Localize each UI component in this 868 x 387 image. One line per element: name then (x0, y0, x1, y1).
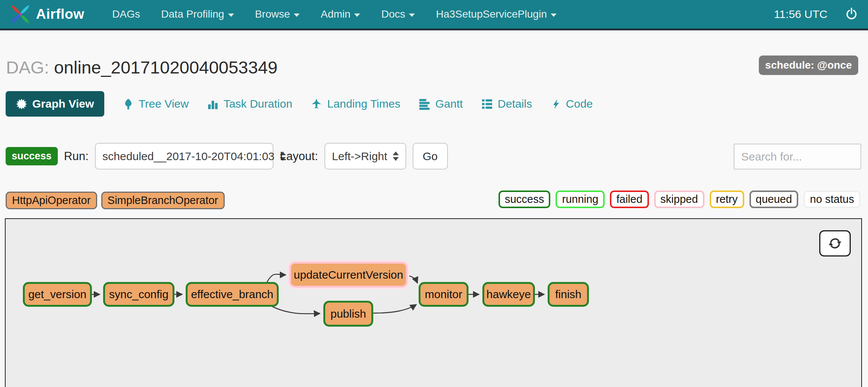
chevron-down-icon (294, 14, 300, 17)
tab-tree-view[interactable]: Tree View (123, 98, 189, 110)
airflow-logo-icon (10, 4, 31, 25)
dag-name: online_20171020040053349 (54, 57, 278, 77)
go-button[interactable]: Go (413, 143, 448, 170)
utc-clock: 11:56 UTC (774, 8, 827, 21)
dag-node-publish[interactable]: publish (323, 301, 373, 327)
run-select[interactable]: scheduled__2017-10-20T04:01:03 (95, 143, 273, 170)
chevron-down-icon (409, 14, 415, 17)
tab-label: Landing Times (327, 98, 400, 110)
tab-label: Graph View (32, 98, 94, 110)
nav-item-label: Browse (255, 8, 290, 20)
nav-item-dags[interactable]: DAGs (102, 0, 151, 28)
layout-select[interactable]: Left->Right (324, 143, 406, 170)
operator-badge: HttpApiOperator (6, 192, 97, 209)
status-legend-no-status: no status (803, 190, 860, 208)
dag-node-sync_config[interactable]: sync_config (103, 282, 174, 307)
status-legend: success running failed skipped retry que… (499, 190, 860, 208)
dag-node-finish[interactable]: finish (548, 282, 589, 307)
dag-graph-panel: get_version sync_config effective_branch… (5, 218, 862, 387)
plane-icon (311, 98, 322, 110)
run-label: Run: (64, 150, 89, 163)
dag-node-monitor[interactable]: monitor (419, 282, 469, 307)
tree-icon (123, 98, 134, 110)
nav-item-browse[interactable]: Browse (245, 0, 310, 28)
node-label: effective_branch (191, 288, 273, 301)
tab-gantt[interactable]: Gantt (419, 98, 463, 110)
airflow-brand[interactable]: Airflow (10, 4, 84, 25)
run-select-value: scheduled__2017-10-20T04:01:03 (102, 150, 275, 163)
node-label: finish (555, 288, 581, 301)
layout-select-value: Left->Right (332, 150, 387, 163)
power-icon (845, 8, 858, 21)
logout-button[interactable] (845, 8, 858, 21)
align-left-icon (419, 98, 430, 110)
search-input[interactable] (734, 144, 861, 170)
node-label: publish (330, 308, 366, 320)
view-tabs: Graph View Tree View Task Duration Landi… (6, 91, 593, 117)
tab-label: Tree View (139, 98, 189, 110)
navbar-right: 11:56 UTC (774, 8, 858, 21)
tab-details[interactable]: Details (481, 98, 532, 110)
bar-chart-icon (207, 98, 219, 110)
tab-label: Task Duration (224, 98, 292, 110)
nav-item-docs[interactable]: Docs (371, 0, 425, 28)
status-legend-running: running (556, 190, 605, 208)
dag-node-updateCurrentVersion[interactable]: updateCurrentVersion (289, 262, 408, 288)
operator-legend: HttpApiOperator SimpleBranchOperator (6, 192, 225, 209)
dag-node-hawkeye[interactable]: hawkeye (482, 282, 535, 307)
schedule-badge: schedule: @once (759, 56, 858, 75)
dag-node-effective_branch[interactable]: effective_branch (186, 282, 279, 307)
node-label: hawkeye (487, 288, 531, 301)
tab-label: Details (498, 98, 532, 110)
status-legend-success: success (499, 190, 551, 208)
nav-item-admin[interactable]: Admin (310, 0, 371, 28)
nav-item-ha3setupserviceplugin[interactable]: Ha3SetupServicePlugin (425, 0, 567, 28)
nav-item-label: DAGs (112, 8, 140, 20)
tab-graph-view[interactable]: Graph View (6, 91, 104, 117)
nav-item-data-profiling[interactable]: Data Profiling (151, 0, 245, 28)
node-label: sync_config (109, 288, 168, 301)
stepper-icon (387, 152, 399, 161)
chevron-down-icon (354, 14, 360, 17)
bolt-icon (551, 98, 561, 110)
operator-badge: SimpleBranchOperator (101, 192, 225, 209)
tab-label: Gantt (435, 98, 463, 110)
nav-item-label: Docs (381, 8, 405, 20)
list-icon (481, 98, 493, 110)
node-label: get_version (28, 288, 86, 301)
nav-item-label: Admin (321, 8, 350, 20)
nav-item-label: Ha3SetupServicePlugin (436, 8, 547, 20)
tab-label: Code (566, 98, 593, 110)
chevron-down-icon (551, 14, 557, 17)
tab-landing-times[interactable]: Landing Times (311, 98, 400, 110)
dag-state-badge: success (6, 147, 58, 165)
run-controls: success Run: scheduled__2017-10-20T04:01… (6, 143, 448, 170)
brand-title: Airflow (36, 6, 84, 22)
tab-code[interactable]: Code (551, 98, 593, 110)
refresh-button[interactable] (819, 230, 851, 256)
tab-task-duration[interactable]: Task Duration (207, 98, 292, 110)
status-legend-failed: failed (610, 190, 649, 208)
refresh-icon (827, 236, 842, 251)
chevron-down-icon (228, 14, 234, 17)
nav-item-label: Data Profiling (161, 8, 224, 20)
dag-node-get_version[interactable]: get_version (23, 282, 92, 307)
dag-prefix: DAG: (6, 57, 49, 77)
top-navbar: Airflow DAGs Data Profiling Browse Admin… (0, 0, 868, 30)
layout-label: Layout: (280, 150, 318, 163)
node-label: monitor (425, 288, 462, 301)
burst-icon (16, 98, 27, 110)
status-legend-skipped: skipped (654, 190, 704, 208)
page-title: DAG: online_20171020040053349 (6, 57, 278, 78)
status-legend-queued: queued (749, 190, 799, 208)
node-label: updateCurrentVersion (294, 268, 403, 281)
status-legend-retry: retry (710, 190, 744, 208)
